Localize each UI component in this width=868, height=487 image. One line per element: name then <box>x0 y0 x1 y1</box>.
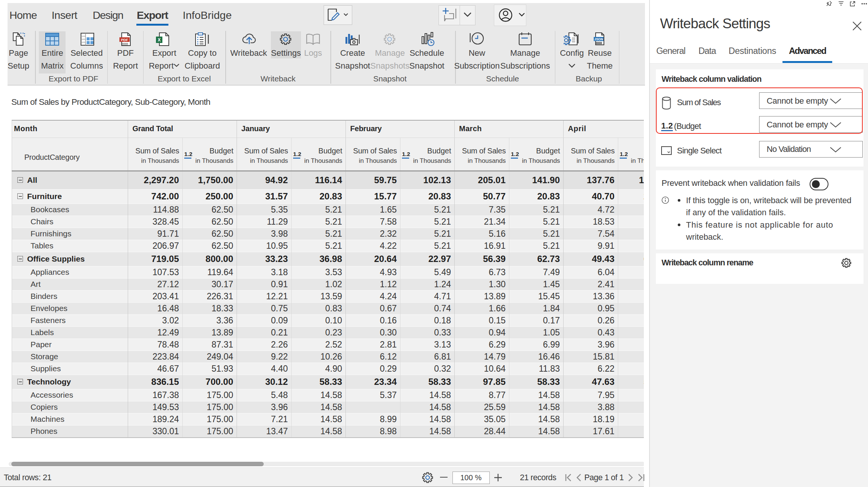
svg-text:JSON: JSON <box>594 37 603 41</box>
svg-text:PDF: PDF <box>121 38 128 42</box>
svg-text:X: X <box>157 37 160 43</box>
